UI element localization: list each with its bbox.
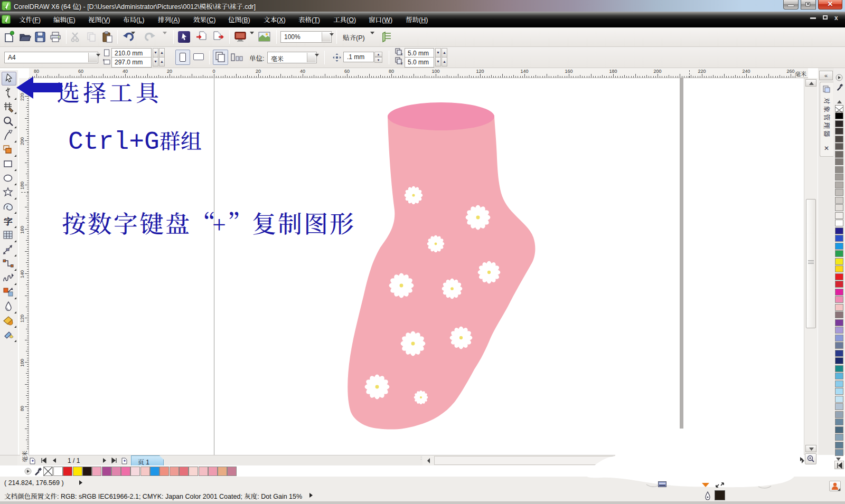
svg-text:x: x [401, 52, 403, 56]
svg-text:y: y [401, 61, 403, 65]
svg-text:字: 字 [4, 215, 13, 227]
